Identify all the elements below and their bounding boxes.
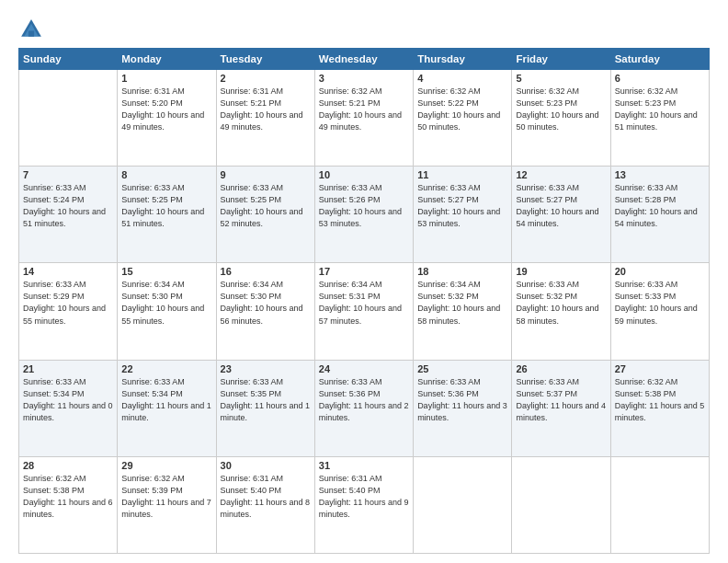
day-number: 27 bbox=[615, 363, 705, 374]
cell-details: Sunrise: 6:32 AMSunset: 5:38 PMDaylight:… bbox=[23, 473, 113, 521]
cell-details: Sunrise: 6:33 AMSunset: 5:25 PMDaylight:… bbox=[221, 182, 311, 230]
day-number: 15 bbox=[121, 266, 211, 277]
day-number: 5 bbox=[516, 73, 606, 84]
logo-icon bbox=[18, 17, 44, 42]
cell-details: Sunrise: 6:33 AMSunset: 5:27 PMDaylight:… bbox=[417, 182, 507, 230]
calendar-cell: 19Sunrise: 6:33 AMSunset: 5:32 PMDayligh… bbox=[512, 263, 610, 360]
cell-details: Sunrise: 6:34 AMSunset: 5:30 PMDaylight:… bbox=[221, 279, 311, 327]
logo bbox=[18, 17, 48, 42]
calendar-cell: 20Sunrise: 6:33 AMSunset: 5:33 PMDayligh… bbox=[610, 263, 709, 360]
cell-details: Sunrise: 6:34 AMSunset: 5:30 PMDaylight:… bbox=[121, 279, 211, 327]
calendar-cell: 29Sunrise: 6:32 AMSunset: 5:39 PMDayligh… bbox=[118, 456, 216, 553]
cell-details: Sunrise: 6:33 AMSunset: 5:34 PMDaylight:… bbox=[121, 376, 211, 424]
day-number: 12 bbox=[516, 169, 606, 180]
day-number: 13 bbox=[615, 169, 705, 180]
cell-details: Sunrise: 6:33 AMSunset: 5:35 PMDaylight:… bbox=[221, 376, 311, 424]
cell-details: Sunrise: 6:33 AMSunset: 5:28 PMDaylight:… bbox=[615, 182, 705, 230]
calendar-cell: 2Sunrise: 6:31 AMSunset: 5:21 PMDaylight… bbox=[216, 70, 314, 167]
calendar-cell: 18Sunrise: 6:34 AMSunset: 5:32 PMDayligh… bbox=[414, 263, 512, 360]
calendar-cell: 10Sunrise: 6:33 AMSunset: 5:26 PMDayligh… bbox=[314, 167, 413, 263]
cell-details: Sunrise: 6:32 AMSunset: 5:23 PMDaylight:… bbox=[516, 86, 606, 133]
svg-rect-2 bbox=[28, 31, 34, 37]
calendar-cell: 3Sunrise: 6:32 AMSunset: 5:21 PMDaylight… bbox=[314, 70, 413, 167]
header bbox=[18, 17, 710, 42]
day-number: 21 bbox=[23, 363, 113, 374]
calendar-cell: 23Sunrise: 6:33 AMSunset: 5:35 PMDayligh… bbox=[216, 360, 314, 456]
day-number: 19 bbox=[516, 266, 606, 277]
calendar-cell: 16Sunrise: 6:34 AMSunset: 5:30 PMDayligh… bbox=[216, 263, 314, 360]
cell-details: Sunrise: 6:32 AMSunset: 5:21 PMDaylight:… bbox=[319, 86, 409, 133]
day-header-wednesday: Wednesday bbox=[314, 49, 413, 70]
calendar-cell: 28Sunrise: 6:32 AMSunset: 5:38 PMDayligh… bbox=[19, 456, 118, 553]
day-header-monday: Monday bbox=[118, 49, 216, 70]
cell-details: Sunrise: 6:32 AMSunset: 5:39 PMDaylight:… bbox=[121, 473, 211, 521]
day-number: 2 bbox=[221, 73, 311, 84]
calendar-cell: 7Sunrise: 6:33 AMSunset: 5:24 PMDaylight… bbox=[19, 167, 118, 263]
day-number: 6 bbox=[615, 73, 705, 84]
day-number: 16 bbox=[221, 266, 311, 277]
cell-details: Sunrise: 6:31 AMSunset: 5:21 PMDaylight:… bbox=[221, 86, 311, 133]
week-row-2: 7Sunrise: 6:33 AMSunset: 5:24 PMDaylight… bbox=[19, 167, 710, 263]
day-header-tuesday: Tuesday bbox=[216, 49, 314, 70]
cell-details: Sunrise: 6:33 AMSunset: 5:24 PMDaylight:… bbox=[23, 182, 113, 230]
calendar-cell: 25Sunrise: 6:33 AMSunset: 5:36 PMDayligh… bbox=[414, 360, 512, 456]
day-number: 14 bbox=[23, 266, 113, 277]
calendar-cell: 4Sunrise: 6:32 AMSunset: 5:22 PMDaylight… bbox=[414, 70, 512, 167]
cell-details: Sunrise: 6:33 AMSunset: 5:25 PMDaylight:… bbox=[121, 182, 211, 230]
calendar-cell bbox=[610, 456, 709, 553]
day-header-saturday: Saturday bbox=[610, 49, 709, 70]
calendar-cell: 14Sunrise: 6:33 AMSunset: 5:29 PMDayligh… bbox=[19, 263, 118, 360]
day-number: 17 bbox=[319, 266, 409, 277]
day-number: 24 bbox=[319, 363, 409, 374]
calendar-cell: 26Sunrise: 6:33 AMSunset: 5:37 PMDayligh… bbox=[512, 360, 610, 456]
cell-details: Sunrise: 6:33 AMSunset: 5:37 PMDaylight:… bbox=[516, 376, 606, 424]
day-header-friday: Friday bbox=[512, 49, 610, 70]
day-number: 31 bbox=[319, 460, 409, 471]
calendar-cell: 31Sunrise: 6:31 AMSunset: 5:40 PMDayligh… bbox=[314, 456, 413, 553]
day-number: 25 bbox=[417, 363, 507, 374]
day-number: 26 bbox=[516, 363, 606, 374]
cell-details: Sunrise: 6:33 AMSunset: 5:29 PMDaylight:… bbox=[23, 279, 113, 327]
day-number: 7 bbox=[23, 169, 113, 180]
page: SundayMondayTuesdayWednesdayThursdayFrid… bbox=[0, 0, 728, 563]
day-number: 1 bbox=[121, 73, 211, 84]
calendar-cell: 30Sunrise: 6:31 AMSunset: 5:40 PMDayligh… bbox=[216, 456, 314, 553]
cell-details: Sunrise: 6:31 AMSunset: 5:20 PMDaylight:… bbox=[121, 86, 211, 133]
calendar-cell bbox=[19, 70, 118, 167]
cell-details: Sunrise: 6:31 AMSunset: 5:40 PMDaylight:… bbox=[319, 473, 409, 521]
cell-details: Sunrise: 6:34 AMSunset: 5:32 PMDaylight:… bbox=[417, 279, 507, 327]
calendar-cell: 17Sunrise: 6:34 AMSunset: 5:31 PMDayligh… bbox=[314, 263, 413, 360]
calendar-cell: 22Sunrise: 6:33 AMSunset: 5:34 PMDayligh… bbox=[118, 360, 216, 456]
calendar-cell: 11Sunrise: 6:33 AMSunset: 5:27 PMDayligh… bbox=[414, 167, 512, 263]
day-number: 23 bbox=[221, 363, 311, 374]
cell-details: Sunrise: 6:33 AMSunset: 5:36 PMDaylight:… bbox=[417, 376, 507, 424]
cell-details: Sunrise: 6:33 AMSunset: 5:36 PMDaylight:… bbox=[319, 376, 409, 424]
day-number: 29 bbox=[121, 460, 211, 471]
calendar-cell bbox=[414, 456, 512, 553]
cell-details: Sunrise: 6:33 AMSunset: 5:32 PMDaylight:… bbox=[516, 279, 606, 327]
cell-details: Sunrise: 6:33 AMSunset: 5:33 PMDaylight:… bbox=[615, 279, 705, 327]
day-number: 9 bbox=[221, 169, 311, 180]
cell-details: Sunrise: 6:33 AMSunset: 5:34 PMDaylight:… bbox=[23, 376, 113, 424]
calendar-cell: 5Sunrise: 6:32 AMSunset: 5:23 PMDaylight… bbox=[512, 70, 610, 167]
day-number: 10 bbox=[319, 169, 409, 180]
cell-details: Sunrise: 6:34 AMSunset: 5:31 PMDaylight:… bbox=[319, 279, 409, 327]
cell-details: Sunrise: 6:33 AMSunset: 5:26 PMDaylight:… bbox=[319, 182, 409, 230]
cell-details: Sunrise: 6:33 AMSunset: 5:27 PMDaylight:… bbox=[516, 182, 606, 230]
calendar-cell: 6Sunrise: 6:32 AMSunset: 5:23 PMDaylight… bbox=[610, 70, 709, 167]
calendar-cell: 21Sunrise: 6:33 AMSunset: 5:34 PMDayligh… bbox=[19, 360, 118, 456]
day-number: 11 bbox=[417, 169, 507, 180]
calendar-cell: 24Sunrise: 6:33 AMSunset: 5:36 PMDayligh… bbox=[314, 360, 413, 456]
day-header-sunday: Sunday bbox=[19, 49, 118, 70]
cell-details: Sunrise: 6:32 AMSunset: 5:23 PMDaylight:… bbox=[615, 86, 705, 133]
day-header-thursday: Thursday bbox=[414, 49, 512, 70]
week-row-5: 28Sunrise: 6:32 AMSunset: 5:38 PMDayligh… bbox=[19, 456, 710, 553]
calendar-cell: 27Sunrise: 6:32 AMSunset: 5:38 PMDayligh… bbox=[610, 360, 709, 456]
week-row-3: 14Sunrise: 6:33 AMSunset: 5:29 PMDayligh… bbox=[19, 263, 710, 360]
calendar-cell: 9Sunrise: 6:33 AMSunset: 5:25 PMDaylight… bbox=[216, 167, 314, 263]
day-number: 3 bbox=[319, 73, 409, 84]
calendar-cell: 15Sunrise: 6:34 AMSunset: 5:30 PMDayligh… bbox=[118, 263, 216, 360]
calendar-header-row: SundayMondayTuesdayWednesdayThursdayFrid… bbox=[19, 49, 710, 70]
calendar-cell: 8Sunrise: 6:33 AMSunset: 5:25 PMDaylight… bbox=[118, 167, 216, 263]
cell-details: Sunrise: 6:31 AMSunset: 5:40 PMDaylight:… bbox=[221, 473, 311, 521]
